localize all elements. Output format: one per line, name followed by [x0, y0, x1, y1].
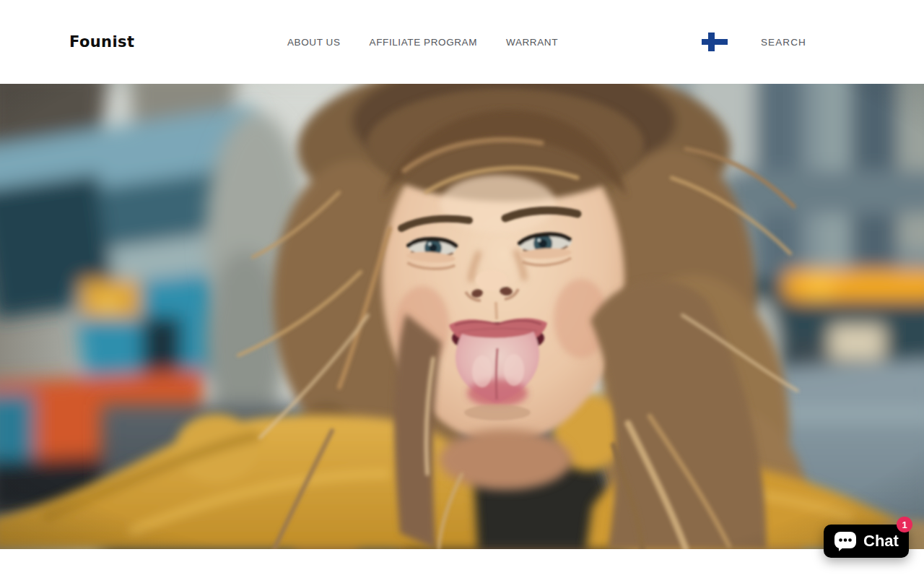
main-nav: ABOUT US AFFILIATE PROGRAM WARRANT	[287, 0, 558, 84]
nav-about-us[interactable]: ABOUT US	[287, 37, 341, 48]
chat-bubble-icon	[834, 530, 857, 552]
site-header: Founist ABOUT US AFFILIATE PROGRAM WARRA…	[0, 0, 924, 84]
nav-affiliate-program[interactable]: AFFILIATE PROGRAM	[370, 37, 477, 48]
nav-warrant[interactable]: WARRANT	[506, 37, 558, 48]
header-right: SEARCH	[702, 0, 806, 84]
hero-image	[0, 84, 924, 549]
chat-unread-badge: 1	[897, 517, 912, 532]
logo[interactable]: Founist	[69, 33, 134, 51]
language-selector-finland[interactable]	[702, 33, 728, 51]
vignette-overlay	[0, 84, 924, 549]
chat-label: Chat	[863, 532, 899, 551]
hero-section	[0, 84, 924, 549]
chat-button[interactable]: Chat 1	[824, 525, 909, 558]
search-link[interactable]: SEARCH	[761, 37, 806, 48]
